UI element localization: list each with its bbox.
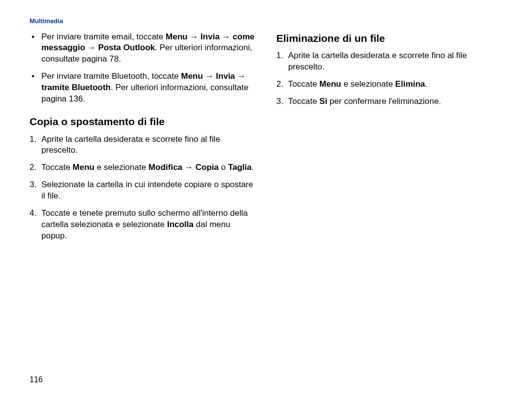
step-text: Toccate Menu e selezionate Modifica → Co… [41,162,256,173]
bold-text: Incolla [167,220,194,229]
bold-text: Modifica [148,163,182,172]
subsection-heading: Eliminazione di un file [276,32,502,45]
content-columns: • Per inviare tramite email, toccate Men… [30,32,502,248]
text: Per inviare tramite Bluetooth, toccate [41,71,181,81]
arrow: → [235,71,246,81]
list-item: 2. Toccate Menu e selezionate Elimina. [276,79,502,90]
list-item: 4. Toccate e tenete premuto sullo scherm… [30,208,256,242]
arrow: → [182,163,195,172]
section-header: Multimedia [30,17,502,26]
bold-text: Menu [72,163,94,172]
page-number: 116 [30,374,43,385]
arrow: → [220,32,233,41]
text: . [252,163,254,172]
bullet-list: • Per inviare tramite email, toccate Men… [30,32,256,105]
text: Per inviare tramite email, toccate [41,32,166,41]
text: o [219,163,228,172]
step-text: Toccate Sì per confermare l'eliminazione… [288,96,502,107]
text: e selezionate [341,79,396,89]
text: e selezionate [95,163,149,172]
step-text: Toccate Menu e selezionate Elimina. [288,79,502,90]
step-number: 1. [30,134,41,157]
text: Toccate [41,163,72,172]
step-text: Toccate e tenete premuto sullo schermo a… [41,208,256,242]
step-number: 2. [276,79,288,90]
text: Toccate [288,97,319,106]
text: per confermare l'eliminazione. [327,97,441,106]
bullet-text: Per inviare tramite Bluetooth, toccate M… [41,71,256,105]
step-text: Aprite la cartella desiderata e scorrete… [288,50,502,73]
bold-text: Posta Outlook [98,43,155,52]
step-number: 2. [30,162,41,173]
bold-text: Menu [166,32,187,41]
bullet-item: • Per inviare tramite Bluetooth, toccate… [30,71,256,105]
bullet-marker: • [30,71,41,105]
text: . [425,79,428,89]
bold-text: tramite Bluetooth [41,83,111,92]
right-column: Eliminazione di un file 1. Aprite la car… [276,32,502,248]
list-item: 3. Toccate Sì per confermare l'eliminazi… [276,96,502,107]
bold-text: Taglia [228,163,252,172]
bold-text: Copia [196,163,219,172]
bold-text: Invia [200,32,220,41]
left-column: • Per inviare tramite email, toccate Men… [30,32,256,248]
numbered-list: 1. Aprite la cartella desiderata e scorr… [30,134,256,242]
arrow: → [85,43,98,52]
bold-text: Invia [216,71,235,81]
step-number: 1. [276,50,288,73]
step-number: 3. [30,179,41,202]
list-item: 1. Aprite la cartella desiderata e scorr… [30,134,256,157]
list-item: 1. Aprite la cartella desiderata e scorr… [276,50,502,73]
bold-text: Elimina [395,79,425,89]
arrow: → [188,32,200,41]
list-item: 3. Selezionate la cartella in cui intend… [30,179,256,202]
bold-text: Menu [181,71,202,81]
numbered-list: 1. Aprite la cartella desiderata e scorr… [276,50,502,107]
step-text: Aprite la cartella desiderata e scorrete… [41,134,256,157]
bold-text: Sì [319,97,327,106]
subsection-heading: Copia o spostamento di file [30,115,256,129]
list-item: 2. Toccate Menu e selezionate Modifica →… [30,162,256,173]
bullet-marker: • [30,32,41,66]
step-number: 3. [276,96,288,107]
arrow: → [203,71,216,81]
step-text: Selezionate la cartella in cui intendete… [41,179,256,202]
step-number: 4. [30,208,41,242]
bullet-text: Per inviare tramite email, toccate Menu … [41,32,256,66]
text: Toccate [288,79,319,89]
bullet-item: • Per inviare tramite email, toccate Men… [30,32,256,66]
bold-text: Menu [319,79,341,89]
